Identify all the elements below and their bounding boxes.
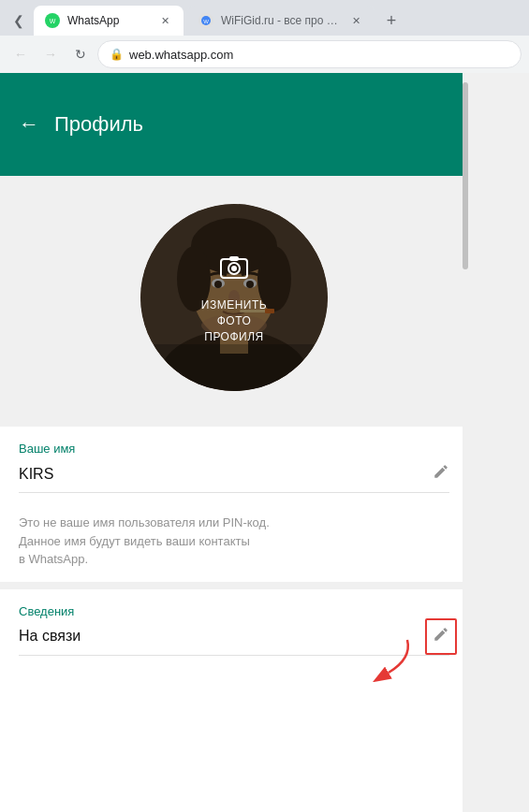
whatsapp-favicon: W [45, 13, 60, 28]
app-container: ← Профиль [0, 73, 468, 812]
wifigid-tab-close[interactable]: ✕ [348, 13, 363, 28]
wifigid-tab[interactable]: W WiFiGid.ru - все про WiFi и бе... ✕ [187, 6, 375, 36]
info-edit-button[interactable] [433, 626, 449, 647]
svg-text:W: W [203, 19, 209, 24]
section-divider-2 [0, 582, 468, 589]
back-button[interactable]: ← [7, 41, 34, 67]
section-divider-1 [0, 419, 468, 427]
camera-icon [217, 250, 251, 290]
avatar-overlay[interactable]: ИЗМЕНИТЬ ФОТО ПРОФИЛЯ [140, 204, 328, 391]
back-button-profile[interactable]: ← [19, 112, 39, 137]
change-photo-text: ИЗМЕНИТЬ ФОТО ПРОФИЛЯ [201, 297, 267, 344]
whatsapp-tab-title: WhatsApp [67, 14, 152, 27]
browser-chrome: ❮ W WhatsApp ✕ W WiFiGid.ru - все про Wi… [0, 0, 529, 73]
red-arrow-indicator [360, 635, 417, 686]
avatar-container[interactable]: ИЗМЕНИТЬ ФОТО ПРОФИЛЯ [140, 204, 328, 391]
url-text: web.whatsapp.com [129, 48, 509, 62]
lock-icon: 🔒 [110, 48, 124, 61]
reload-button[interactable]: ↻ [67, 41, 94, 67]
app-wrapper: ← Профиль [0, 73, 529, 812]
new-tab-button[interactable]: + [378, 7, 404, 34]
svg-point-24 [231, 266, 237, 271]
avatar-section: ИЗМЕНИТЬ ФОТО ПРОФИЛЯ [0, 176, 468, 419]
profile-content: Ваше имя KIRS Это не ваше имя пользовате… [0, 419, 468, 667]
info-label: Сведения [19, 604, 449, 618]
address-bar[interactable]: 🔒 web.whatsapp.com [97, 40, 522, 68]
name-edit-button[interactable] [433, 463, 449, 485]
name-label: Ваше имя [19, 442, 449, 456]
whatsapp-tab-close[interactable]: ✕ [157, 13, 172, 28]
svg-rect-25 [229, 256, 239, 261]
browser-back-chevron[interactable]: ❮ [7, 9, 30, 32]
forward-button[interactable]: → [37, 41, 64, 67]
wifigid-tab-title: WiFiGid.ru - все про WiFi и бе... [221, 14, 348, 27]
info-section: Сведения На связи [0, 589, 468, 667]
tab-bar: ❮ W WhatsApp ✕ W WiFiGid.ru - все про Wi… [0, 0, 529, 36]
profile-header: ← Профиль [0, 73, 468, 176]
name-hint: Это не ваше имя пользователя или PIN-код… [0, 504, 468, 582]
name-section: Ваше имя KIRS [0, 427, 468, 504]
name-row: KIRS [19, 463, 449, 493]
whatsapp-tab[interactable]: W WhatsApp ✕ [34, 6, 184, 36]
info-value: На связи [19, 628, 81, 645]
svg-text:W: W [50, 18, 56, 24]
profile-page-title: Профиль [54, 112, 143, 137]
name-value: KIRS [19, 466, 53, 483]
wifigid-favicon: W [198, 13, 213, 28]
address-bar-row: ← → ↻ 🔒 web.whatsapp.com [0, 36, 529, 73]
scrollbar[interactable] [463, 73, 468, 812]
scrollbar-thumb[interactable] [463, 82, 468, 269]
